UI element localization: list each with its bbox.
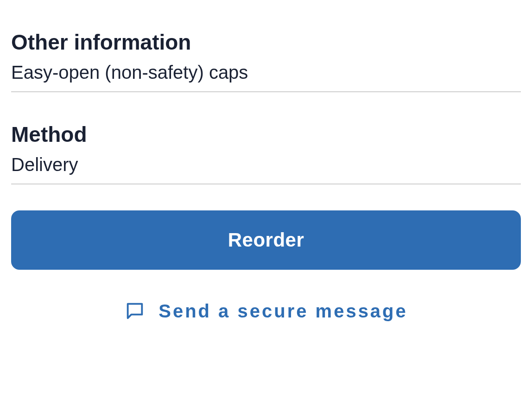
other-information-section: Other information Easy-open (non-safety)… xyxy=(11,0,521,92)
method-section: Method Delivery xyxy=(11,92,521,184)
method-value: Delivery xyxy=(11,154,521,175)
send-secure-message-label: Send a secure message xyxy=(158,301,408,322)
chat-icon xyxy=(124,300,146,322)
send-secure-message-link[interactable]: Send a secure message xyxy=(11,300,521,322)
reorder-button[interactable]: Reorder xyxy=(11,210,521,270)
other-information-title: Other information xyxy=(11,30,521,55)
method-title: Method xyxy=(11,122,521,147)
other-information-value: Easy-open (non-safety) caps xyxy=(11,62,521,83)
